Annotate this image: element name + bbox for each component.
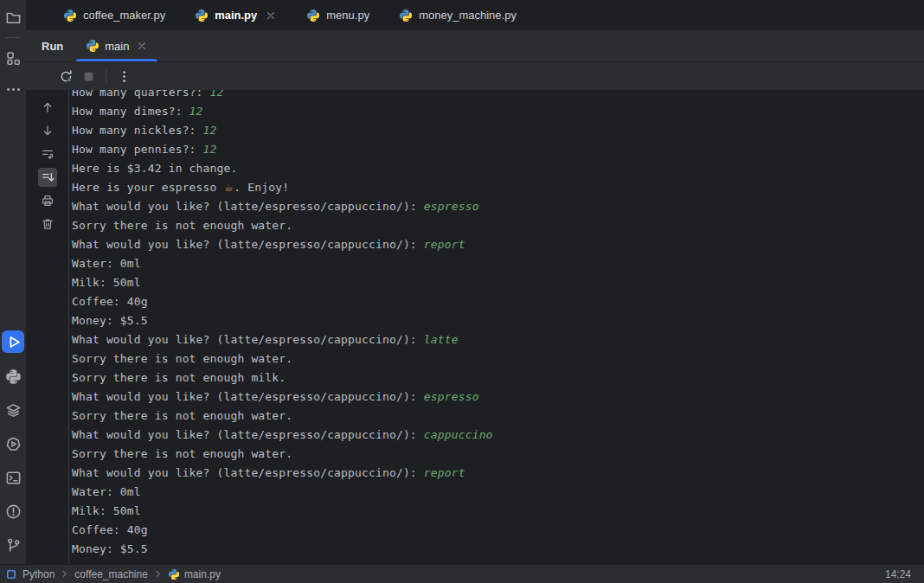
scroll-to-end-button[interactable] (38, 168, 57, 187)
active-tab-underline (76, 59, 157, 61)
chevron-right-icon (154, 570, 162, 578)
console-line: What would you like? (latte/espresso/cap… (72, 388, 924, 407)
console-text: What would you like? (latte/espresso/cap… (72, 238, 424, 251)
console-user-input: cappuccino (424, 428, 493, 441)
console-line: Sorry there is not enough water. (72, 407, 924, 426)
scroll-to-end-icon (41, 170, 55, 184)
console-user-input: report (424, 466, 465, 479)
console-line: Water: 0ml (72, 483, 924, 502)
console-text: . Enjoy! (234, 181, 289, 194)
console-text: Money: $5.5 (72, 314, 148, 327)
console-text: Sorry there is not enough water. (72, 409, 292, 422)
run-console-output[interactable]: How many quarters?: 12How many dimes?: 1… (69, 90, 924, 564)
breadcrumb-project[interactable]: Python (22, 568, 55, 580)
console-line: Coffee: 40g (72, 521, 924, 540)
structure-icon (5, 50, 22, 67)
run-tab-main[interactable]: main (75, 30, 158, 61)
console-line: What would you like? (latte/espresso/cap… (72, 330, 924, 349)
terminal-tool-button[interactable] (3, 467, 23, 488)
tab-label: menu.py (326, 9, 369, 22)
clear-all-button[interactable] (38, 215, 57, 234)
python-icon (63, 9, 77, 22)
console-text: What would you like? (latte/espresso/cap… (72, 428, 424, 441)
console-line: Here is $3.42 in change. (72, 159, 924, 178)
console-user-input: 12 (203, 124, 217, 137)
python-packages-tool-button[interactable] (3, 366, 23, 387)
console-user-input: 12 (210, 90, 224, 99)
soft-wrap-button[interactable] (38, 144, 57, 163)
console-text: Water: 0ml (72, 257, 141, 270)
console-area: How many quarters?: 12How many dimes?: 1… (26, 90, 924, 564)
console-line: How many pennies?: 12 (72, 140, 924, 159)
tab-main-py[interactable]: main.py (180, 0, 292, 30)
console-text: How many pennies?: (72, 143, 203, 156)
tab-label: money_machine.py (419, 9, 517, 22)
console-text: How many quarters?: (72, 90, 210, 99)
tab-coffee-maker-py[interactable]: coffee_maker.py (48, 0, 180, 30)
version-control-tool-button[interactable] (3, 535, 23, 555)
python-icon (306, 9, 320, 22)
console-line: How many dimes?: 12 (72, 102, 924, 121)
trash-icon (41, 217, 55, 231)
run-tool-window-header: Run main (26, 30, 924, 61)
tab-menu-py[interactable]: menu.py (292, 0, 384, 30)
console-user-input: 12 (203, 143, 217, 156)
run-tab-close-button[interactable] (136, 40, 148, 52)
console-line: Sorry there is not enough water. (72, 445, 924, 464)
toolbar-more-button[interactable] (113, 66, 134, 86)
editor-tab-bar: coffee_maker.py main.py menu.py money_ma… (26, 0, 924, 30)
console-user-input: espresso (424, 390, 479, 403)
rerun-button[interactable] (55, 66, 76, 86)
python-icon (399, 9, 413, 22)
more-tool-windows-button[interactable] (3, 79, 23, 99)
run-tool-button[interactable] (2, 330, 24, 353)
console-line: What would you like? (latte/espresso/cap… (72, 197, 924, 216)
tab-label: coffee_maker.py (83, 9, 165, 22)
services-play-icon (5, 436, 22, 452)
layers-icon (5, 402, 22, 419)
console-line: Here is your espresso ☕. Enjoy! (72, 178, 924, 197)
printer-icon (41, 194, 55, 208)
problems-icon (5, 503, 22, 520)
tab-close-button[interactable] (265, 10, 277, 22)
breadcrumb-folder[interactable]: coffee_machine (74, 568, 148, 580)
console-line: Money: $5.5 (72, 311, 924, 330)
tab-money-machine-py[interactable]: money_machine.py (384, 0, 531, 30)
console-gutter-toolbar (26, 90, 69, 564)
python-icon (168, 568, 180, 580)
clock-text: 14:24 (885, 568, 911, 580)
soft-wrap-icon (41, 147, 55, 161)
services-tool-button[interactable] (3, 433, 23, 454)
stripe-divider (5, 37, 21, 38)
console-text: What would you like? (latte/espresso/cap… (72, 333, 424, 346)
tool-window-stripe (0, 0, 26, 564)
console-text: Coffee: 40g (72, 523, 148, 536)
close-icon (266, 10, 276, 21)
console-line: Milk: 50ml (72, 502, 924, 521)
tool-window-widget-button[interactable] (6, 569, 16, 580)
down-stack-trace-button[interactable] (38, 121, 57, 140)
problems-tool-button[interactable] (3, 501, 23, 522)
console-text: What would you like? (latte/espresso/cap… (72, 466, 424, 479)
breadcrumb-file[interactable]: main.py (168, 568, 221, 580)
stop-button[interactable] (78, 66, 99, 86)
console-line: Sorry there is not enough water. (72, 349, 924, 368)
blue-square-icon (6, 569, 16, 580)
console-text: Coffee: 40g (72, 295, 148, 308)
python-icon (86, 39, 99, 53)
structure-tool-button[interactable] (3, 48, 23, 68)
run-toolbar (26, 61, 924, 90)
print-button[interactable] (38, 191, 57, 210)
console-text: How many dimes?: (72, 105, 189, 118)
console-text: Sorry there is not enough water. (72, 219, 292, 232)
console-user-input: espresso (424, 200, 479, 213)
services-layers-tool-button[interactable] (3, 400, 23, 420)
toolbar-separator (106, 69, 106, 83)
version-control-branch-icon (5, 537, 22, 554)
up-stack-trace-button[interactable] (38, 98, 57, 117)
project-tool-button[interactable] (3, 7, 23, 28)
console-line: What would you like? (latte/espresso/cap… (72, 464, 924, 483)
console-text: Sorry there is not enough milk. (72, 371, 286, 384)
arrow-up-icon (41, 100, 55, 114)
stop-icon (81, 69, 96, 84)
